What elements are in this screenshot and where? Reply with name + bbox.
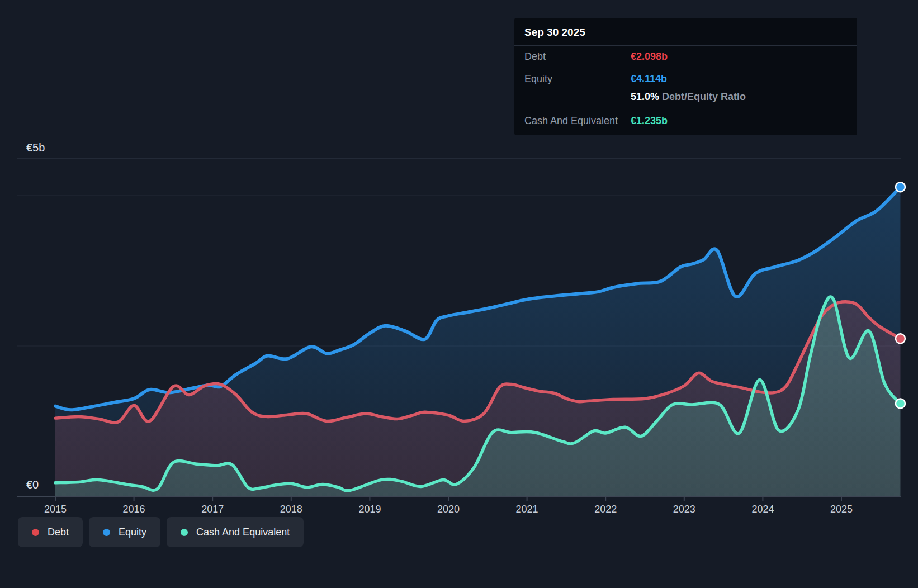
- legend: Debt Equity Cash And Equivalent: [18, 517, 304, 547]
- y-axis-label-max: €5b: [26, 141, 45, 154]
- tooltip-row-equity: Equity €4.114b: [514, 68, 857, 90]
- debt-equity-ratio-label: Debt/Equity Ratio: [662, 91, 746, 102]
- x-tick-label: 2019: [358, 504, 381, 515]
- debt-equity-ratio-value: 51.0%: [631, 91, 659, 102]
- tooltip-cash-label: Cash And Equivalent: [524, 115, 631, 127]
- tooltip-row-debt: Debt €2.098b: [514, 45, 857, 68]
- end-dot-cash[interactable]: [896, 399, 905, 408]
- x-tick-label: 2016: [123, 504, 145, 515]
- x-tick-label: 2025: [830, 504, 853, 515]
- legend-debt-label: Debt: [48, 527, 69, 538]
- x-tick-label: 2018: [280, 504, 302, 515]
- legend-item-equity[interactable]: Equity: [89, 517, 160, 547]
- tooltip-debt-label: Debt: [524, 51, 631, 63]
- tooltip-row-ratio: 51.0% Debt/Equity Ratio: [514, 90, 857, 110]
- tooltip-card: Sep 30 2025 Debt €2.098b Equity €4.114b …: [514, 18, 857, 135]
- cash-dot-icon: [181, 529, 188, 536]
- tooltip-cash-value: €1.235b: [631, 115, 668, 127]
- legend-item-debt[interactable]: Debt: [18, 517, 83, 547]
- tooltip-equity-label: Equity: [524, 73, 631, 85]
- tooltip-row-cash: Cash And Equivalent €1.235b: [514, 110, 857, 132]
- tooltip-debt-value: €2.098b: [631, 51, 668, 63]
- x-tick-label: 2022: [594, 504, 617, 515]
- end-dot-equity[interactable]: [896, 182, 905, 192]
- x-tick-label: 2023: [673, 504, 695, 515]
- tooltip-equity-value: €4.114b: [631, 73, 667, 85]
- x-tick-label: 2021: [516, 504, 538, 515]
- legend-equity-label: Equity: [119, 527, 146, 538]
- debt-dot-icon: [32, 529, 39, 536]
- legend-item-cash[interactable]: Cash And Equivalent: [167, 517, 304, 547]
- x-tick-label: 2015: [44, 504, 67, 515]
- x-tick-label: 2024: [751, 504, 774, 515]
- x-tick-label: 2017: [201, 504, 224, 515]
- x-tick-label: 2020: [437, 504, 460, 515]
- end-dot-debt[interactable]: [896, 334, 905, 343]
- tooltip-date: Sep 30 2025: [514, 18, 857, 45]
- legend-cash-label: Cash And Equivalent: [196, 527, 290, 538]
- equity-dot-icon: [103, 529, 110, 536]
- y-axis-label-zero: €0: [26, 478, 39, 491]
